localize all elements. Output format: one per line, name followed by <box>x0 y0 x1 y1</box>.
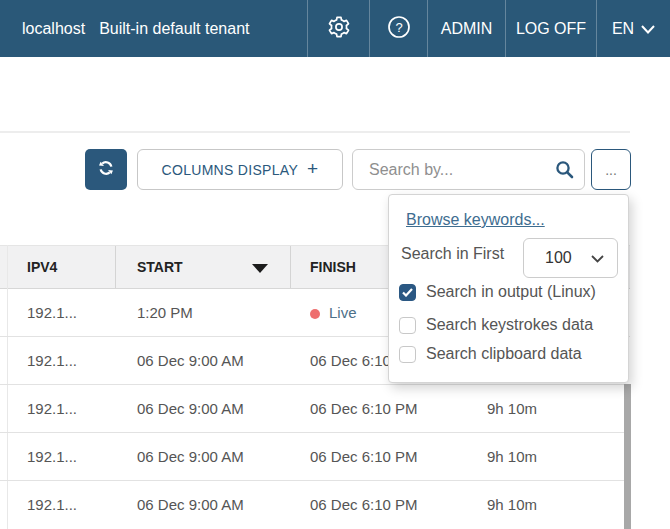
search-options-panel: Browse keywords... Search in First 100 S… <box>388 194 629 383</box>
search-in-first-label: Search in First <box>401 245 504 263</box>
checkbox[interactable] <box>399 346 416 363</box>
cell-ipv4: 192.1... <box>27 289 77 337</box>
column-header-start[interactable]: START <box>137 246 183 290</box>
columns-display-label: COLUMNS DISPLAY <box>162 162 299 178</box>
top-navbar: localhost Built-in default tenant ? ADMI… <box>0 0 670 57</box>
cell-ipv4: 192.1... <box>27 385 77 433</box>
cell-start: 06 Dec 9:00 AM <box>137 433 244 481</box>
cell-ipv4: 192.1... <box>27 481 77 529</box>
logoff-button[interactable]: LOG OFF <box>505 0 596 57</box>
language-label: EN <box>612 20 634 38</box>
column-divider <box>290 246 291 288</box>
column-header-finish[interactable]: FINISH <box>310 246 356 290</box>
sort-desc-icon[interactable] <box>252 264 268 273</box>
cell-finish: 06 Dec 6:10 PM <box>310 385 418 433</box>
search-options-button[interactable]: ... <box>591 149 631 190</box>
cell-start: 06 Dec 9:00 AM <box>137 385 244 433</box>
settings-button[interactable] <box>307 0 369 57</box>
chevron-down-icon <box>641 20 655 38</box>
admin-label: ADMIN <box>441 20 493 38</box>
search-input[interactable] <box>352 149 585 190</box>
cell-start: 1:20 PM <box>137 289 193 337</box>
cell-duration: 9h 10m <box>487 481 537 529</box>
host-link[interactable]: localhost <box>22 20 85 38</box>
table-row[interactable]: 192.1... 06 Dec 9:00 AM 06 Dec 6:10 PM 9… <box>0 385 630 433</box>
cell-start: 06 Dec 9:00 AM <box>137 481 244 529</box>
tenant-link[interactable]: Built-in default tenant <box>99 20 249 38</box>
table-row[interactable]: 192.1... 06 Dec 9:00 AM 06 Dec 6:10 PM 9… <box>0 481 630 529</box>
logoff-label: LOG OFF <box>516 20 586 38</box>
live-label: Live <box>329 304 357 321</box>
table-row[interactable]: 192.1... 06 Dec 9:00 AM 06 Dec 6:10 PM 9… <box>0 433 630 481</box>
cell-duration: 9h 10m <box>487 433 537 481</box>
admin-menu[interactable]: ADMIN <box>427 0 505 57</box>
navbar-left: localhost Built-in default tenant <box>0 0 307 57</box>
cell-finish: 06 Dec 6:10 PM <box>310 433 418 481</box>
columns-display-button[interactable]: COLUMNS DISPLAY + <box>137 149 343 190</box>
checkbox[interactable] <box>399 284 416 301</box>
toolbar-divider <box>0 131 630 133</box>
cell-ipv4: 192.1... <box>27 337 77 385</box>
search-in-first-select[interactable]: 100 <box>523 238 618 278</box>
language-menu[interactable]: EN <box>596 0 670 57</box>
option-label: Search keystrokes data <box>426 316 593 334</box>
cell-finish: 06 Dec 6:10 PM <box>310 481 418 529</box>
option-label: Search in output (Linux) <box>426 283 596 301</box>
checkbox[interactable] <box>399 317 416 334</box>
cell-start: 06 Dec 9:00 AM <box>137 337 244 385</box>
help-button[interactable]: ? <box>369 0 427 57</box>
gear-icon <box>327 15 351 43</box>
refresh-icon <box>95 157 117 183</box>
option-label: Search clipboard data <box>426 345 582 363</box>
cell-ipv4: 192.1... <box>27 433 77 481</box>
column-header-ipv4[interactable]: IPV4 <box>27 246 57 290</box>
column-divider <box>115 246 116 288</box>
option-search-output[interactable]: Search in output (Linux) <box>399 283 596 301</box>
search-in-first-value: 100 <box>545 249 572 267</box>
plus-icon: + <box>307 158 318 180</box>
option-search-clipboard[interactable]: Search clipboard data <box>399 345 582 363</box>
chevron-down-icon <box>591 249 604 267</box>
refresh-button[interactable] <box>85 149 127 190</box>
browse-keywords-link[interactable]: Browse keywords... <box>406 211 545 229</box>
option-search-keystrokes[interactable]: Search keystrokes data <box>399 316 593 334</box>
search-container <box>352 149 585 190</box>
svg-text:?: ? <box>395 20 402 35</box>
live-dot <box>310 309 320 319</box>
app-window: localhost Built-in default tenant ? ADMI… <box>0 0 670 529</box>
cell-duration: 9h 10m <box>487 385 537 433</box>
vertical-scrollbar-thumb[interactable] <box>624 384 631 529</box>
ellipsis-label: ... <box>605 162 617 178</box>
cell-finish-live: Live <box>310 289 357 337</box>
help-icon: ? <box>386 14 412 44</box>
